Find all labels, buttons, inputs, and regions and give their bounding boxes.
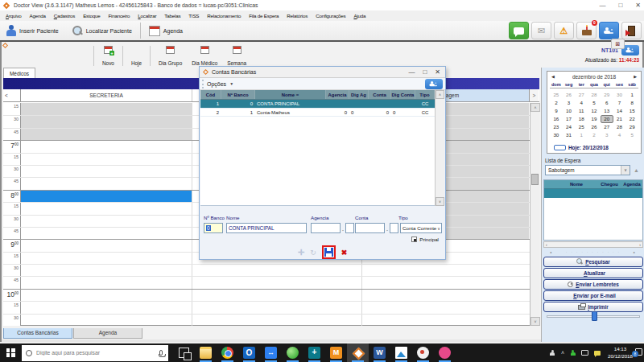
paint3d-taskbar-button[interactable] [412,343,434,362]
calendar-day[interactable]: 6 [601,99,613,107]
accounts-column-header[interactable]: Cód [200,90,221,99]
novo-button[interactable]: + Novo [97,44,119,68]
accounts-table-row[interactable]: 10CONTA PRINCIPALCC [200,100,436,109]
schedule-cell-secretaria[interactable] [21,166,192,177]
dialog-maximize-button[interactable]: □ [423,68,427,76]
hoje-button[interactable]: Hoje [126,44,147,68]
waitlist-column-header[interactable]: Agenda [621,180,642,188]
dia-medico-button[interactable]: Dia Médico [187,44,222,68]
scroll-right-button[interactable]: > [529,89,539,101]
taskbar-clock[interactable]: 14:13 20/12/2018 [608,345,633,360]
calendar-day[interactable]: 8 [625,99,638,107]
calendar-day-selected[interactable]: 20 [601,115,613,123]
collapse-icon[interactable]: ▲ [634,167,639,173]
tray-chat-icon[interactable] [594,351,601,356]
scroll-left-icon[interactable]: ‹ [544,242,549,247]
calendar-day[interactable]: 9 [550,107,563,115]
calendar-day[interactable]: 2 [588,131,601,139]
taskbar-search[interactable] [22,345,168,361]
opcoes-menu[interactable]: Opções [207,81,226,87]
menu-item-tiss[interactable]: TISS [184,13,203,19]
dialog-titlebar[interactable]: Contas Bancárias — □ ✕ [200,67,445,78]
schedule-cell-secretaria[interactable] [21,103,192,115]
tray-display-icon[interactable] [581,350,588,356]
schedule-cell-secretaria[interactable] [21,253,192,264]
schedule-cell-secretaria[interactable] [21,240,192,251]
schedule-cell-professional[interactable] [362,315,529,326]
scroll-up-icon[interactable]: ˄ [436,90,444,99]
schedule-cell-secretaria[interactable] [21,302,192,313]
cancel-button[interactable]: ✖ [341,249,348,257]
calendar-day[interactable]: 1 [625,91,638,99]
menu-item-cadastros[interactable]: Cadastros [50,13,79,19]
schedule-cell-professional[interactable] [362,290,529,301]
calendar-day[interactable]: 26 [563,91,576,99]
menu-item-tabelas[interactable]: Tabelas [160,13,184,19]
schedule-cell-middle[interactable] [192,265,362,276]
mdi-restore-button[interactable]: ⊠ [611,39,625,49]
enviar-lembretes-button[interactable]: Enviar Lembretes [543,279,643,290]
pink-app-taskbar-button[interactable] [434,343,456,362]
calendar-day[interactable]: 29 [625,123,638,131]
localizar-paciente-button[interactable]: Localizar Paciente [65,22,138,39]
calendar-day[interactable]: 24 [563,123,576,131]
calendar-day[interactable]: 7 [613,99,626,107]
schedule-cell-middle[interactable] [192,315,362,326]
close-button[interactable]: ✕ [635,2,641,9]
green-app-taskbar-button[interactable] [282,343,303,362]
tab-agenda[interactable]: Agenda [73,328,142,339]
accounts-column-header[interactable]: Nome = [255,90,326,99]
schedule-cell-professional[interactable] [362,265,529,276]
inserir-paciente-button[interactable]: Inserir Paciente [0,22,65,39]
calendar-day[interactable]: 15 [625,107,638,115]
accounts-column-header[interactable]: Nº Banco [221,90,255,99]
accounts-column-header[interactable]: Tipo [415,90,435,99]
menu-item-financeiro[interactable]: Financeiro [104,13,134,19]
calendar-day[interactable]: 18 [575,115,588,123]
tipo-select[interactable]: Conta Corrente ∨ [400,223,442,233]
dialog-users-button[interactable] [425,79,443,89]
schedule-cell-professional[interactable] [362,277,529,288]
dia-grupo-button[interactable]: Dia Grupo [154,44,187,68]
refresh-button[interactable]: ↻ [310,249,316,257]
outlook-taskbar-button[interactable]: O [238,343,260,362]
minimize-button[interactable]: — [599,2,605,9]
calendar-day[interactable]: 31 [563,131,576,139]
menu-item-configura-es[interactable]: Configurações [312,13,349,19]
banco-input[interactable]: 0 [204,223,223,233]
calendar-day[interactable]: 26 [588,123,601,131]
schedule-cell-secretaria[interactable] [21,216,192,227]
alert-button[interactable]: ⚠ [554,22,574,39]
calendar-day[interactable]: 4 [575,99,588,107]
scroll-right-icon[interactable]: › [638,242,642,247]
enviar-email-button[interactable]: Enviar por E-mail [543,290,643,301]
imprimir-button[interactable]: Imprimir [543,302,643,312]
chat-button[interactable] [509,22,529,39]
scroll-thumb[interactable] [531,174,539,185]
schedule-cell-secretaria[interactable] [21,315,192,326]
calendar-day[interactable]: 17 [563,115,576,123]
tray-user-icon[interactable] [550,350,555,356]
save-button[interactable] [324,248,333,257]
scroll-left-button[interactable]: < [3,89,21,101]
schedule-cell-middle[interactable] [192,302,362,313]
agencia-input[interactable] [311,223,341,233]
calendar-day[interactable]: 19 [588,115,601,123]
file-explorer-taskbar-button[interactable] [195,343,217,362]
schedule-vscrollbar[interactable]: ˄ ˅ [530,103,539,326]
menu-item-relacionamento[interactable]: Relacionamento [203,13,245,19]
calendar-day[interactable]: 27 [601,123,613,131]
schedule-cell-secretaria[interactable] [21,228,192,239]
schedule-cell-secretaria[interactable] [21,290,192,301]
schedule-cell-professional[interactable] [362,302,529,313]
schedule-cell-secretaria[interactable] [21,265,192,276]
microphone-icon[interactable] [159,350,163,356]
calendar-day[interactable]: 11 [575,107,588,115]
calculator-taskbar-button[interactable]: + [303,343,325,362]
chrome-taskbar-button[interactable] [217,343,238,362]
column-header-secretaria[interactable]: SECRETERIA [21,89,192,101]
calendar-day[interactable]: 3 [601,131,613,139]
dialog-vscrollbar[interactable]: ˄ ˅ [435,90,444,206]
contacts-button[interactable] [599,22,619,39]
tab-medicos[interactable]: Médicos [3,68,35,78]
